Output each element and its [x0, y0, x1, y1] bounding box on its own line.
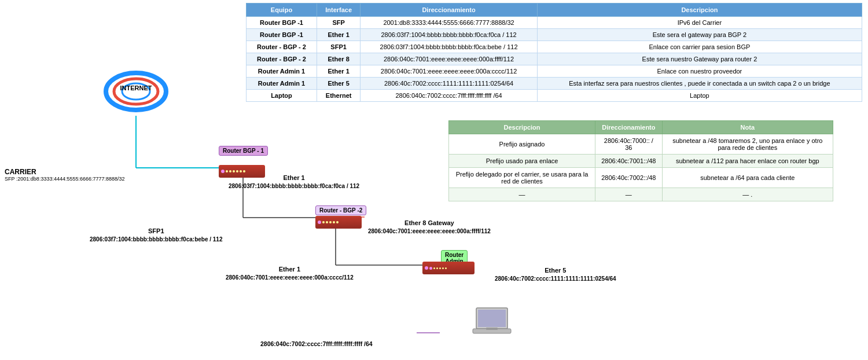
laptop-device [472, 307, 512, 340]
ether1-admin-addr: 2806:040c:7001:eeee:eeee:eeee:000a:cccc/… [226, 274, 354, 282]
ether1-bgp1-iface: Ether 1 [229, 174, 359, 182]
table-cell-descripcion: Laptop [537, 90, 862, 102]
cloud-icon [101, 68, 171, 115]
router-dot [336, 221, 339, 223]
router-dot [233, 170, 235, 172]
col2-header-direccionamiento: Direccionamiento [595, 121, 663, 134]
ether8-iface: Ether 8 Gateway [368, 219, 491, 227]
table-row: Prefijo delegado por el carrier, se usar… [449, 168, 833, 188]
table-cell-descripcion: Enlace con carrier para sesion BGP [537, 41, 862, 53]
router-bgp1-label: Router BGP - 1 [223, 148, 264, 154]
laptop-addr-label: 2806:040c:7002:cccc:7fff:ffff:ffff:ffff … [260, 340, 373, 348]
second-table: Descripcion Direccionamiento Nota Prefij… [448, 120, 833, 201]
router-admin1-device [422, 262, 475, 274]
router-dot [243, 170, 245, 172]
router-dot [329, 221, 332, 223]
ether1-admin-iface: Ether 1 [226, 265, 354, 274]
table-row: Prefijo usado para enlace2806:40c:7001::… [449, 155, 833, 168]
table-cell-direccionamiento: 2806:40c:7002::/48 [595, 168, 663, 188]
second-table-container: Descripcion Direccionamiento Nota Prefij… [448, 120, 833, 201]
router-dot [445, 267, 447, 269]
laptop-icon [472, 307, 512, 339]
router-dot [429, 267, 432, 270]
router-dot [436, 267, 438, 269]
router-dot [433, 267, 435, 269]
router-dot [439, 267, 441, 269]
table-cell-descripcion: Prefijo asignado [449, 134, 595, 155]
table-cell-descripcion: — [449, 188, 595, 201]
table-cell-descripcion: Este sera el gateway para BGP 2 [537, 29, 862, 41]
sfp1-label-block: SFP1 2806:03f7:1004:bbbb:bbbb:bbbb:f0ca:… [90, 227, 223, 244]
internet-cloud: INTERNET [101, 68, 171, 116]
router-dot [333, 221, 335, 223]
svg-rect-15 [486, 328, 498, 330]
table-cell-descripcion: IPv6 del Carrier [537, 17, 862, 29]
ether1-bgp1-label: Ether 1 2806:03f7:1004:bbbb:bbbb:bbbb:f0… [229, 174, 359, 190]
table-row: ——— . [449, 188, 833, 201]
router-dot [229, 170, 231, 172]
table-cell-nota: subnetear a /64 para cada cliente [662, 168, 833, 188]
carrier-text: CARRIER [5, 168, 125, 176]
laptop-addr: 2806:040c:7002:cccc:7fff:ffff:ffff:ffff … [260, 340, 373, 348]
table-cell-nota: — . [662, 188, 833, 201]
ether5-iface: Ether 5 [495, 266, 616, 275]
sfp1-iface: SFP1 [90, 227, 223, 236]
sfp1-addr: 2806:03f7:1004:bbbb:bbbb:bbbb:f0ca:bebe … [90, 236, 223, 244]
ether8-addr: 2806:040c:7001:eeee:eeee:eeee:000a:ffff/… [368, 227, 491, 236]
router-dot [322, 221, 325, 223]
router-bgp2-device [315, 216, 362, 229]
table-cell-descripcion: Enlace con nuestro proveedor [537, 65, 862, 78]
table-cell-descripcion: Este sera nuestro Gateway para router 2 [537, 53, 862, 65]
router-bgp1-label-box: Router BGP - 1 [219, 146, 268, 156]
col2-header-descripcion: Descripcion [449, 121, 595, 134]
router-dot [226, 170, 228, 172]
router-dot [442, 267, 444, 269]
col2-header-nota: Nota [662, 121, 833, 134]
router-bgp2-label-box: Router - BGP -2 [315, 205, 366, 215]
table-row: Prefijo asignado2806:40c:7000:: / 36subn… [449, 134, 833, 155]
col-header-descripcion: Descripcion [537, 3, 862, 17]
table-cell-direccionamiento: 2806:40c:7000:: / 36 [595, 134, 663, 155]
ether8-label-block: Ether 8 Gateway 2806:040c:7001:eeee:eeee… [368, 219, 491, 236]
table-cell-direccionamiento: 2806:40c:7001::/48 [595, 155, 663, 168]
ether5-addr: 2806:40c:7002:cccc:1111:1111:1111:0254/6… [495, 275, 616, 283]
carrier-addr: SFP :2001:db8:3333:4444:5555:6666:7777:8… [5, 176, 125, 182]
table-cell-descripcion: Prefijo delegado por el carrier, se usar… [449, 168, 595, 188]
table-cell-nota: subnetear a /112 para hacer enlace con r… [662, 155, 833, 168]
router-dot [236, 170, 238, 172]
table-cell-descripcion: Esta interfaz sera para nuestros cliente… [537, 78, 862, 90]
router-bgp2-label: Router - BGP -2 [319, 207, 362, 214]
svg-rect-13 [478, 310, 506, 327]
ether1-bgp1-addr: 2806:03f7:1004:bbbb:bbbb:bbbb:f0ca:f0ca … [229, 182, 359, 190]
table-cell-descripcion: Prefijo usado para enlace [449, 155, 595, 168]
router-admin1-img [422, 262, 475, 274]
ether1-admin-label: Ether 1 2806:040c:7001:eeee:eeee:eeee:00… [226, 265, 354, 282]
carrier-label: CARRIER SFP :2001:db8:3333:4444:5555:666… [5, 168, 125, 182]
table-cell-direccionamiento: — [595, 188, 663, 201]
ether5-label-block: Ether 5 2806:40c:7002:cccc:1111:1111:111… [495, 266, 616, 283]
table-cell-nota: subnetear a /48 tomaremos 2, uno para en… [662, 134, 833, 155]
router-dot [326, 221, 328, 223]
internet-label: INTERNET [101, 85, 171, 91]
router-bgp2-img [315, 216, 362, 229]
diagram-area: INTERNET CARRIER SFP :2001:db8:3333:4444… [0, 0, 440, 360]
router-dot [240, 170, 242, 172]
